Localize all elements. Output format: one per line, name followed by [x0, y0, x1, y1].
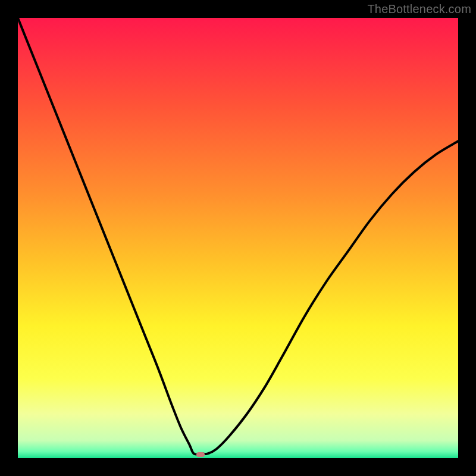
watermark-text: TheBottleneck.com — [367, 2, 471, 16]
chart-frame: TheBottleneck.com — [0, 0, 476, 476]
plot-area — [18, 18, 458, 458]
bottleneck-curve — [18, 18, 458, 458]
trough-marker — [196, 452, 205, 456]
